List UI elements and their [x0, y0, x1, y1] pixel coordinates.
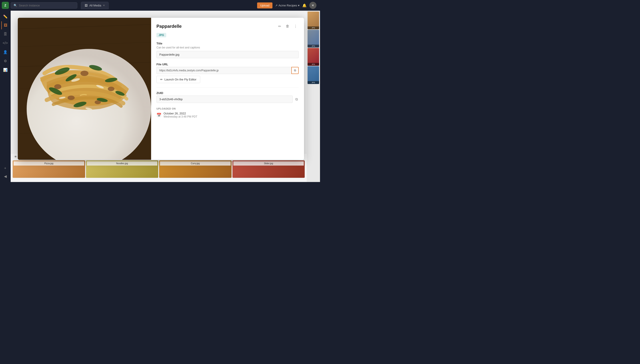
title-value: Pappardelle.jpg: [156, 51, 299, 58]
launch-icon: ✏: [160, 78, 163, 81]
right-thumb-3-label: JPG: [308, 63, 319, 66]
sidebar-item-media[interactable]: 🖼: [1, 21, 9, 29]
file-url-section: File URL https://bd1c4vfs.media.zestyio.…: [156, 63, 299, 83]
svg-point-19: [108, 87, 114, 91]
delete-button[interactable]: 🗑: [284, 23, 291, 29]
modal-header: Pappardelle ✏ 🗑 ⋮: [156, 23, 299, 29]
search-bar[interactable]: 🔍: [11, 2, 77, 9]
sidebar: ✏️ 🖼 🗄 </> 👤 ⚙ 📊 + ◀: [0, 11, 11, 182]
right-thumb-1-label: JPG: [308, 26, 319, 29]
right-thumb-3[interactable]: JPG: [308, 48, 319, 66]
right-thumb-4-label: JPG: [308, 81, 319, 84]
modal-action-buttons: ✏ 🗑 ⋮: [276, 23, 299, 29]
uploaded-section: UPLOADED ON 📅 October 26, 2022 Wednesday…: [156, 107, 299, 118]
right-panel-thumbnails: JPG JPG JPG JPG: [307, 11, 320, 182]
app-logo[interactable]: Z: [2, 2, 9, 9]
search-input[interactable]: [19, 4, 74, 7]
sidebar-item-code[interactable]: </>: [1, 39, 9, 47]
svg-point-17: [80, 71, 88, 76]
right-thumb-2[interactable]: JPG: [308, 30, 319, 48]
launch-label: Launch On the Fly Editor: [164, 78, 196, 81]
title-section: Title Can be used for alt-text and capti…: [156, 42, 299, 58]
sidebar-item-data[interactable]: 🗄: [1, 30, 9, 38]
svg-point-21: [68, 96, 75, 100]
copy-zuid-button[interactable]: ⧉: [294, 96, 299, 102]
edit-button[interactable]: ✏: [276, 23, 283, 29]
media-thumb-slider-label: Slider.jpg: [233, 161, 304, 166]
instance-name: ↗ Acme Recipes ▾: [275, 4, 300, 7]
sidebar-item-settings[interactable]: ⚙: [1, 57, 9, 65]
file-url-value[interactable]: https://bd1c4vfs.media.zestyio.com/Pappa…: [156, 67, 291, 74]
media-thumb-slider[interactable]: Slider.jpg: [232, 160, 305, 178]
pasta-image-svg: [18, 18, 151, 160]
tab-bar: 🖼 All Media ✕: [81, 2, 109, 9]
zuid-section: ZUID 3-eb52b46-vfv0bp ⧉: [156, 91, 299, 103]
launch-editor-button[interactable]: ✏ Launch On the Fly Editor: [156, 76, 200, 83]
file-url-label: File URL: [156, 63, 299, 66]
media-thumb-curry[interactable]: Curry.jpg: [159, 160, 232, 178]
sidebar-collapse-button[interactable]: ◀: [1, 172, 9, 180]
zuid-label: ZUID: [156, 91, 299, 95]
search-icon: 🔍: [14, 4, 17, 7]
title-sublabel: Can be used for alt-text and captions: [156, 46, 299, 49]
zuid-value: 3-eb52b46-vfv0bp: [156, 96, 293, 103]
title-label: Title: [156, 42, 299, 45]
avatar[interactable]: ✕: [309, 2, 316, 9]
notifications-button[interactable]: 🔔: [302, 3, 307, 8]
copy-icon: ⧉: [294, 69, 296, 72]
calendar-icon: 📅: [156, 113, 161, 118]
upload-date: October 26, 2022: [164, 112, 197, 115]
file-url-row: https://bd1c4vfs.media.zestyio.com/Pappa…: [156, 67, 299, 74]
media-thumb-curry-label: Curry.jpg: [160, 161, 231, 166]
sidebar-item-edit[interactable]: ✏️: [1, 12, 9, 20]
sidebar-bottom: + ◀: [1, 164, 9, 180]
right-thumb-2-label: JPG: [308, 45, 319, 48]
modal-title: Pappardelle: [156, 24, 182, 29]
uploaded-label: UPLOADED ON: [156, 107, 299, 110]
all-media-tab[interactable]: 🖼 All Media ✕: [81, 2, 109, 9]
tab-media-icon: 🖼: [85, 4, 88, 7]
right-thumb-4[interactable]: JPG: [308, 66, 319, 84]
modal-detail-panel: Pappardelle ✏ 🗑 ⋮ JPG Title Can be used …: [151, 18, 304, 160]
right-thumb-1[interactable]: JPG: [308, 12, 319, 29]
tab-close-icon[interactable]: ✕: [103, 4, 105, 7]
tab-label: All Media: [89, 4, 101, 7]
media-thumbnails: Pizza.jpg Noodles.jpg Curry.jpg Slider.j…: [11, 160, 307, 182]
more-options-button[interactable]: ⋮: [292, 23, 299, 29]
upload-button[interactable]: Upload: [257, 2, 272, 8]
upload-date-row: 📅 October 26, 2022 Wednesday at 3:48 PM …: [156, 112, 299, 118]
media-detail-modal: Pappardelle ✏ 🗑 ⋮ JPG Title Can be used …: [18, 18, 304, 160]
sidebar-item-reports[interactable]: 📊: [1, 66, 9, 74]
media-thumb-noodles-label: Noodles.jpg: [87, 161, 158, 166]
modal-image-panel: [18, 18, 151, 160]
topbar-right: Upload ↗ Acme Recipes ▾ 🔔 ✕: [257, 2, 320, 9]
topbar-left: Z 🔍 🖼 All Media ✕: [0, 2, 110, 9]
copy-url-button[interactable]: ⧉: [291, 67, 299, 74]
upload-time: Wednesday at 3:48 PM PDT: [164, 115, 197, 118]
external-link-icon: ↗: [275, 4, 278, 7]
sidebar-item-users[interactable]: 👤: [1, 48, 9, 56]
sidebar-item-add[interactable]: +: [1, 164, 9, 172]
file-type-badge: JPG: [156, 33, 166, 37]
modal-image-display: [18, 18, 151, 160]
divider: [156, 88, 299, 88]
eye-icon: 👁: [14, 155, 17, 158]
svg-point-20: [95, 100, 101, 104]
media-thumb-pizza[interactable]: Pizza.jpg: [12, 160, 85, 178]
main-content: JPG JPG JPG JPG: [11, 11, 320, 182]
media-thumb-pizza-label: Pizza.jpg: [14, 161, 84, 166]
upload-date-info: October 26, 2022 Wednesday at 3:48 PM PD…: [164, 112, 197, 118]
media-thumb-noodles[interactable]: Noodles.jpg: [86, 160, 159, 178]
zuid-row: 3-eb52b46-vfv0bp ⧉: [156, 96, 299, 103]
topbar: Z 🔍 🖼 All Media ✕ Upload ↗ Acme Recipes …: [0, 0, 320, 11]
svg-point-18: [54, 84, 61, 89]
